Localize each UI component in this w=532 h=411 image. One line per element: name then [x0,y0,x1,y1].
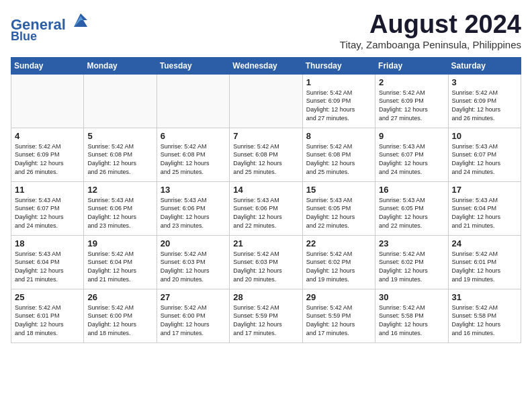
cell-info: Sunrise: 5:42 AM Sunset: 6:00 PM Dayligh… [87,304,152,337]
day-number: 8 [306,131,371,141]
calendar-cell: 10Sunrise: 5:43 AM Sunset: 6:07 PM Dayli… [448,128,521,181]
calendar-cell: 27Sunrise: 5:42 AM Sunset: 6:00 PM Dayli… [157,289,229,342]
cell-info: Sunrise: 5:42 AM Sunset: 6:08 PM Dayligh… [87,142,152,176]
week-row-3: 11Sunrise: 5:43 AM Sunset: 6:07 PM Dayli… [11,181,521,235]
calendar-cell [230,74,302,128]
day-number: 10 [452,131,517,141]
calendar-cell: 7Sunrise: 5:42 AM Sunset: 6:08 PM Daylig… [230,128,302,181]
day-number: 17 [452,185,517,195]
day-number: 24 [452,238,517,248]
day-number: 22 [306,238,371,248]
day-number: 31 [452,292,517,302]
calendar-cell: 1Sunrise: 5:42 AM Sunset: 6:09 PM Daylig… [302,74,375,128]
calendar-cell: 5Sunrise: 5:42 AM Sunset: 6:08 PM Daylig… [84,128,157,181]
calendar-cell: 19Sunrise: 5:42 AM Sunset: 6:04 PM Dayli… [84,235,157,289]
header-friday: Friday [375,57,448,74]
cell-info: Sunrise: 5:43 AM Sunset: 6:06 PM Dayligh… [161,196,226,230]
calendar-cell: 12Sunrise: 5:43 AM Sunset: 6:06 PM Dayli… [84,181,157,235]
cell-info: Sunrise: 5:42 AM Sunset: 6:02 PM Dayligh… [306,250,371,283]
calendar-cell: 28Sunrise: 5:42 AM Sunset: 5:59 PM Dayli… [230,289,302,342]
cell-info: Sunrise: 5:42 AM Sunset: 6:08 PM Dayligh… [161,142,226,176]
calendar-cell: 9Sunrise: 5:43 AM Sunset: 6:07 PM Daylig… [375,128,448,181]
calendar-cell: 4Sunrise: 5:42 AM Sunset: 6:09 PM Daylig… [11,128,84,181]
header-sunday: Sunday [11,57,84,74]
logo: General Blue [11,11,90,44]
day-number: 15 [306,185,371,195]
day-number: 18 [15,238,80,248]
calendar-table: SundayMondayTuesdayWednesdayThursdayFrid… [11,57,521,343]
day-number: 11 [15,185,80,195]
day-number: 19 [87,238,152,248]
cell-info: Sunrise: 5:42 AM Sunset: 6:01 PM Dayligh… [15,304,80,337]
day-number: 1 [306,77,371,87]
calendar-cell: 8Sunrise: 5:42 AM Sunset: 6:08 PM Daylig… [302,128,375,181]
week-row-1: 1Sunrise: 5:42 AM Sunset: 6:09 PM Daylig… [11,74,521,128]
day-number: 26 [87,292,152,302]
cell-info: Sunrise: 5:43 AM Sunset: 6:07 PM Dayligh… [379,142,444,176]
header-wednesday: Wednesday [230,57,302,74]
calendar-cell: 21Sunrise: 5:42 AM Sunset: 6:03 PM Dayli… [230,235,302,289]
cell-info: Sunrise: 5:43 AM Sunset: 6:06 PM Dayligh… [87,196,152,230]
week-row-5: 25Sunrise: 5:42 AM Sunset: 6:01 PM Dayli… [11,289,521,342]
cell-info: Sunrise: 5:43 AM Sunset: 6:04 PM Dayligh… [452,196,517,230]
cell-info: Sunrise: 5:42 AM Sunset: 6:08 PM Dayligh… [233,142,298,176]
calendar-cell: 30Sunrise: 5:42 AM Sunset: 5:58 PM Dayli… [375,289,448,342]
calendar-cell: 2Sunrise: 5:42 AM Sunset: 6:09 PM Daylig… [375,74,448,128]
day-number: 30 [379,292,444,302]
calendar-cell [11,74,84,128]
calendar-cell [84,74,157,128]
day-number: 13 [161,185,226,195]
day-number: 21 [233,238,298,248]
day-number: 14 [233,185,298,195]
logo-icon [71,11,90,30]
cell-info: Sunrise: 5:42 AM Sunset: 6:03 PM Dayligh… [161,250,226,283]
calendar-cell: 24Sunrise: 5:42 AM Sunset: 6:01 PM Dayli… [448,235,521,289]
header-saturday: Saturday [448,57,521,74]
cell-info: Sunrise: 5:42 AM Sunset: 6:09 PM Dayligh… [379,89,444,122]
calendar-cell: 6Sunrise: 5:42 AM Sunset: 6:08 PM Daylig… [157,128,229,181]
calendar-cell: 11Sunrise: 5:43 AM Sunset: 6:07 PM Dayli… [11,181,84,235]
calendar-cell: 25Sunrise: 5:42 AM Sunset: 6:01 PM Dayli… [11,289,84,342]
week-row-2: 4Sunrise: 5:42 AM Sunset: 6:09 PM Daylig… [11,128,521,181]
day-number: 6 [161,131,226,141]
calendar-cell: 17Sunrise: 5:43 AM Sunset: 6:04 PM Dayli… [448,181,521,235]
page-header: General Blue August 2024 Titay, Zamboang… [11,11,521,50]
cell-info: Sunrise: 5:42 AM Sunset: 6:09 PM Dayligh… [306,89,371,122]
week-row-4: 18Sunrise: 5:43 AM Sunset: 6:04 PM Dayli… [11,235,521,289]
day-number: 20 [161,238,226,248]
cell-info: Sunrise: 5:42 AM Sunset: 6:03 PM Dayligh… [233,250,298,283]
day-number: 7 [233,131,298,141]
cell-info: Sunrise: 5:42 AM Sunset: 5:59 PM Dayligh… [306,304,371,337]
day-number: 2 [379,77,444,87]
day-number: 28 [233,292,298,302]
cell-info: Sunrise: 5:43 AM Sunset: 6:05 PM Dayligh… [379,196,444,230]
calendar-cell: 23Sunrise: 5:42 AM Sunset: 6:02 PM Dayli… [375,235,448,289]
cell-info: Sunrise: 5:42 AM Sunset: 5:58 PM Dayligh… [452,304,517,337]
day-number: 25 [15,292,80,302]
cell-info: Sunrise: 5:42 AM Sunset: 6:01 PM Dayligh… [452,250,517,283]
calendar-title: August 2024 [340,11,521,39]
calendar-cell: 3Sunrise: 5:42 AM Sunset: 6:09 PM Daylig… [448,74,521,128]
day-number: 27 [161,292,226,302]
day-number: 16 [379,185,444,195]
calendar-cell: 13Sunrise: 5:43 AM Sunset: 6:06 PM Dayli… [157,181,229,235]
cell-info: Sunrise: 5:43 AM Sunset: 6:06 PM Dayligh… [233,196,298,230]
title-block: August 2024 Titay, Zamboanga Peninsula, … [340,11,521,50]
cell-info: Sunrise: 5:42 AM Sunset: 5:58 PM Dayligh… [379,304,444,337]
calendar-cell: 16Sunrise: 5:43 AM Sunset: 6:05 PM Dayli… [375,181,448,235]
cell-info: Sunrise: 5:42 AM Sunset: 6:02 PM Dayligh… [379,250,444,283]
cell-info: Sunrise: 5:42 AM Sunset: 6:09 PM Dayligh… [452,89,517,122]
cell-info: Sunrise: 5:42 AM Sunset: 6:04 PM Dayligh… [87,250,152,283]
day-number: 3 [452,77,517,87]
header-tuesday: Tuesday [157,57,229,74]
cell-info: Sunrise: 5:42 AM Sunset: 6:09 PM Dayligh… [15,142,80,176]
day-number: 9 [379,131,444,141]
cell-info: Sunrise: 5:42 AM Sunset: 5:59 PM Dayligh… [233,304,298,337]
calendar-subtitle: Titay, Zamboanga Peninsula, Philippines [340,39,521,50]
day-number: 5 [87,131,152,141]
header-monday: Monday [84,57,157,74]
calendar-cell: 26Sunrise: 5:42 AM Sunset: 6:00 PM Dayli… [84,289,157,342]
day-number: 12 [87,185,152,195]
calendar-cell: 20Sunrise: 5:42 AM Sunset: 6:03 PM Dayli… [157,235,229,289]
calendar-cell: 29Sunrise: 5:42 AM Sunset: 5:59 PM Dayli… [302,289,375,342]
